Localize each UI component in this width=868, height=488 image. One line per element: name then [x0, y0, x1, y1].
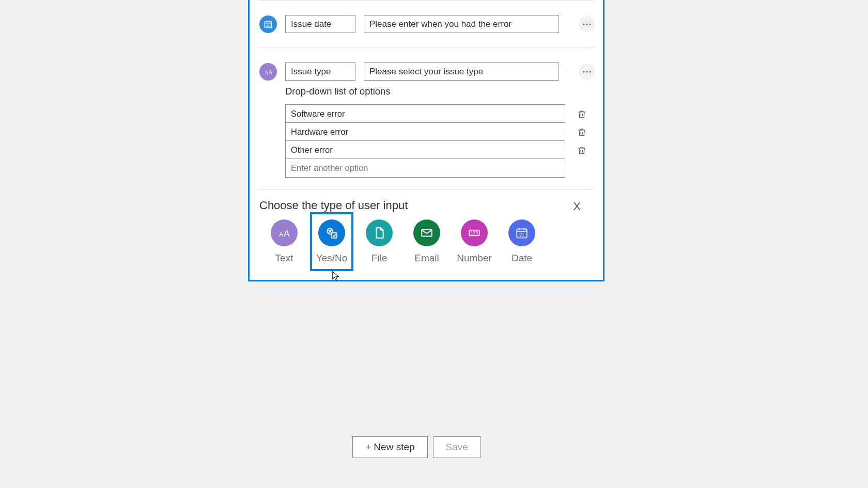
input-type-email[interactable]: Email [413, 219, 440, 269]
close-icon[interactable]: X [573, 200, 581, 213]
input-type-label: Number [457, 253, 492, 264]
input-type-number[interactable]: 123 Number [461, 219, 488, 269]
input-type-label: Email [414, 253, 439, 264]
input-type-grid: AA Text Yes/No File [259, 219, 593, 269]
svg-point-13 [590, 71, 591, 72]
text-icon: AA [259, 63, 277, 81]
choose-input-type-section: Choose the type of user input X AA Text … [257, 190, 595, 272]
input-type-label: File [371, 253, 388, 264]
dropdown-options-list: Software error Hardware error Other erro… [285, 104, 565, 178]
flow-trigger-card: 21 AA Drop-down list of options Software… [248, 0, 605, 281]
footer-actions: + New step Save [352, 436, 481, 458]
number-icon: 123 [461, 219, 488, 246]
input-prompt-field[interactable] [364, 15, 559, 33]
svg-point-11 [583, 71, 585, 72]
yesno-icon [318, 219, 345, 246]
input-type-yesno[interactable]: Yes/No [312, 214, 351, 269]
dropdown-options-section: Drop-down list of options Software error… [257, 86, 595, 189]
input-name-field[interactable] [285, 62, 355, 81]
input-row-date: 21 [257, 1, 595, 48]
svg-point-7 [586, 23, 588, 25]
more-options-button[interactable] [579, 16, 595, 33]
file-icon [366, 219, 393, 246]
dropdown-option[interactable]: Other error [286, 141, 565, 159]
input-row-type: AA [257, 48, 595, 86]
dropdown-add-option[interactable]: Enter another option [286, 159, 565, 177]
dropdown-option[interactable]: Hardware error [286, 123, 565, 141]
dropdown-title: Drop-down list of options [285, 86, 595, 97]
calendar-icon: 21 [508, 219, 535, 246]
svg-text:21: 21 [519, 232, 524, 238]
trash-icon[interactable] [577, 107, 587, 119]
svg-text:A: A [279, 231, 283, 238]
input-type-date[interactable]: 21 Date [508, 219, 535, 269]
svg-text:A: A [284, 228, 290, 239]
svg-point-8 [590, 23, 591, 25]
new-step-button[interactable]: + New step [352, 436, 428, 458]
svg-text:21: 21 [267, 24, 270, 27]
input-type-label: Date [512, 253, 532, 264]
input-type-label: Yes/No [316, 253, 348, 264]
email-icon [413, 219, 440, 246]
save-button[interactable]: Save [433, 436, 481, 458]
calendar-icon: 21 [259, 15, 277, 33]
svg-point-12 [586, 71, 588, 72]
input-prompt-field[interactable] [364, 62, 559, 81]
input-name-field[interactable] [285, 15, 355, 33]
trash-icon[interactable] [577, 125, 587, 137]
input-type-file[interactable]: File [366, 219, 393, 269]
text-icon: AA [271, 219, 298, 246]
svg-point-6 [583, 23, 585, 25]
svg-rect-19 [332, 233, 337, 238]
dropdown-option[interactable]: Software error [286, 105, 565, 123]
input-type-label: Text [275, 253, 293, 264]
input-type-text[interactable]: AA Text [271, 219, 298, 269]
trash-icon[interactable] [577, 144, 587, 155]
more-options-button[interactable] [579, 64, 595, 80]
choose-title: Choose the type of user input [259, 199, 593, 212]
svg-text:123: 123 [471, 230, 478, 235]
svg-text:A: A [268, 68, 273, 75]
